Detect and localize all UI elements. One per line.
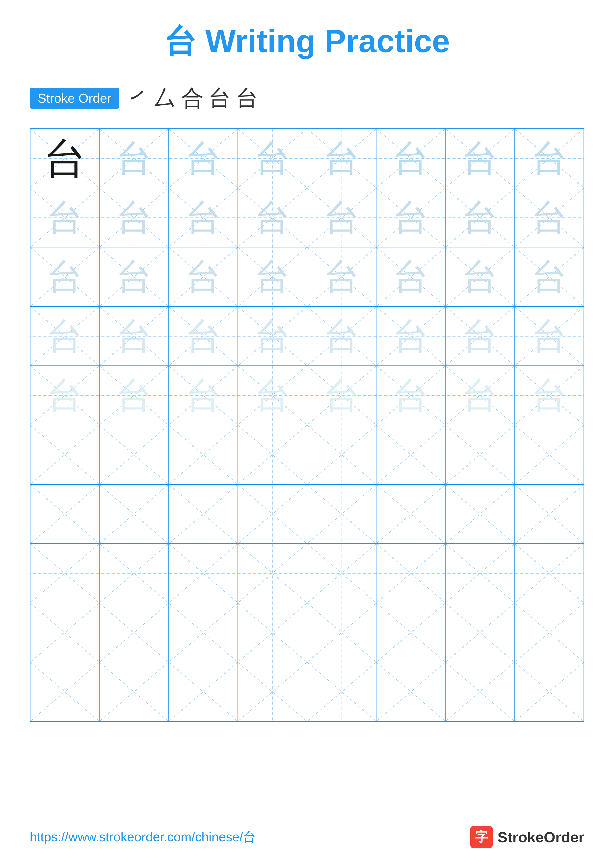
- grid-cell[interactable]: [238, 485, 307, 544]
- grid-cell[interactable]: 台: [238, 129, 307, 188]
- grid-cell[interactable]: [30, 544, 99, 603]
- svg-line-159: [515, 662, 583, 721]
- grid-cell[interactable]: 台: [169, 307, 238, 366]
- grid-cell[interactable]: 台: [445, 188, 515, 248]
- grid-cell[interactable]: [445, 544, 515, 603]
- grid-cell[interactable]: [307, 425, 376, 485]
- character-guide: 台: [185, 259, 221, 295]
- character-guide: 台: [393, 200, 429, 236]
- diagonal-lines-icon: [446, 544, 514, 603]
- grid-cell[interactable]: [169, 603, 238, 662]
- grid-cell[interactable]: 台: [515, 247, 584, 307]
- grid-cell[interactable]: 台: [515, 366, 584, 425]
- grid-cell[interactable]: 台: [169, 247, 238, 307]
- grid-cell[interactable]: 台: [515, 129, 584, 188]
- grid-cell[interactable]: [238, 603, 307, 662]
- grid-cell[interactable]: 台: [30, 188, 99, 248]
- grid-cell[interactable]: [30, 662, 99, 722]
- grid-cell[interactable]: [30, 603, 99, 662]
- grid-cell[interactable]: [307, 603, 376, 662]
- grid-cell[interactable]: 台: [376, 129, 445, 188]
- grid-cell[interactable]: [445, 662, 515, 722]
- grid-cell[interactable]: 台: [515, 307, 584, 366]
- grid-cell[interactable]: [445, 603, 515, 662]
- grid-cell[interactable]: [238, 662, 307, 722]
- grid-cell[interactable]: [99, 662, 168, 722]
- grid-cell[interactable]: [30, 485, 99, 544]
- svg-line-122: [376, 544, 445, 603]
- grid-cell[interactable]: 台: [376, 366, 445, 425]
- grid-cell[interactable]: [238, 544, 307, 603]
- grid-cell[interactable]: 台: [30, 307, 99, 366]
- grid-cell[interactable]: 台: [238, 247, 307, 307]
- grid-cell[interactable]: [169, 662, 238, 722]
- diagonal-lines-icon: [238, 425, 307, 484]
- svg-line-116: [169, 544, 238, 603]
- grid-cell[interactable]: 台: [169, 129, 238, 188]
- diagonal-lines-icon: [31, 485, 99, 544]
- grid-cell[interactable]: 台: [307, 129, 376, 188]
- grid-cell[interactable]: [238, 425, 307, 485]
- grid-cell[interactable]: 台: [99, 307, 168, 366]
- grid-cell[interactable]: 台: [445, 366, 515, 425]
- svg-line-157: [446, 662, 514, 721]
- svg-line-105: [307, 485, 376, 544]
- grid-cell[interactable]: [515, 544, 584, 603]
- grid-cell[interactable]: [99, 544, 168, 603]
- grid-cell[interactable]: [515, 603, 584, 662]
- grid-cell[interactable]: [515, 485, 584, 544]
- grid-cell[interactable]: 台: [445, 307, 515, 366]
- svg-line-83: [99, 425, 168, 484]
- grid-cell[interactable]: 台: [30, 366, 99, 425]
- grid-cell[interactable]: [515, 662, 584, 722]
- svg-line-110: [515, 485, 583, 544]
- title-area: 台 Writing Practice: [30, 20, 584, 64]
- footer-link[interactable]: https://www.strokeorder.com/chinese/台: [30, 828, 256, 846]
- character-guide: 台: [254, 200, 290, 236]
- grid-cell[interactable]: 台: [99, 247, 168, 307]
- grid-cell[interactable]: 台: [169, 366, 238, 425]
- grid-cell[interactable]: 台: [307, 307, 376, 366]
- grid-cell[interactable]: [169, 544, 238, 603]
- grid-cell[interactable]: 台: [169, 188, 238, 248]
- grid-cell[interactable]: [307, 662, 376, 722]
- grid-cell[interactable]: [307, 544, 376, 603]
- grid-cell[interactable]: 台: [515, 188, 584, 248]
- svg-line-133: [169, 603, 238, 662]
- grid-cell[interactable]: 台: [238, 188, 307, 248]
- grid-cell[interactable]: [376, 603, 445, 662]
- grid-cell[interactable]: [99, 425, 168, 485]
- grid-cell[interactable]: [99, 485, 168, 544]
- grid-cell[interactable]: 台: [99, 188, 168, 248]
- grid-cell[interactable]: [445, 425, 515, 485]
- grid-cell[interactable]: [445, 485, 515, 544]
- grid-cell[interactable]: [376, 662, 445, 722]
- grid-cell[interactable]: 台: [238, 307, 307, 366]
- grid-cell[interactable]: 台: [30, 247, 99, 307]
- grid-cell[interactable]: 台: [376, 247, 445, 307]
- grid-cell[interactable]: [307, 485, 376, 544]
- grid-cell[interactable]: [376, 425, 445, 485]
- svg-line-124: [446, 544, 514, 603]
- grid-cell[interactable]: 台: [376, 307, 445, 366]
- grid-cell[interactable]: 台: [238, 366, 307, 425]
- grid-cell[interactable]: [169, 485, 238, 544]
- grid-cell[interactable]: 台: [99, 129, 168, 188]
- grid-cell[interactable]: [376, 485, 445, 544]
- grid-cell[interactable]: 台: [307, 188, 376, 248]
- grid-cell[interactable]: 台: [445, 247, 515, 307]
- grid-cell[interactable]: 台: [307, 366, 376, 425]
- grid-cell[interactable]: [376, 544, 445, 603]
- grid-cell[interactable]: [30, 425, 99, 485]
- grid-cell[interactable]: 台: [307, 247, 376, 307]
- grid-cell[interactable]: 台: [99, 366, 168, 425]
- grid-cell[interactable]: [99, 603, 168, 662]
- grid-cell[interactable]: 台: [30, 129, 99, 188]
- stroke-order-area: Stroke Order ㇒ 厶 合 台 台: [30, 83, 584, 113]
- grid-cell[interactable]: [515, 425, 584, 485]
- svg-line-113: [31, 544, 99, 603]
- grid-cell[interactable]: 台: [445, 129, 515, 188]
- grid-cell[interactable]: [169, 425, 238, 485]
- character-guide: 台: [47, 200, 83, 236]
- grid-cell[interactable]: 台: [376, 188, 445, 248]
